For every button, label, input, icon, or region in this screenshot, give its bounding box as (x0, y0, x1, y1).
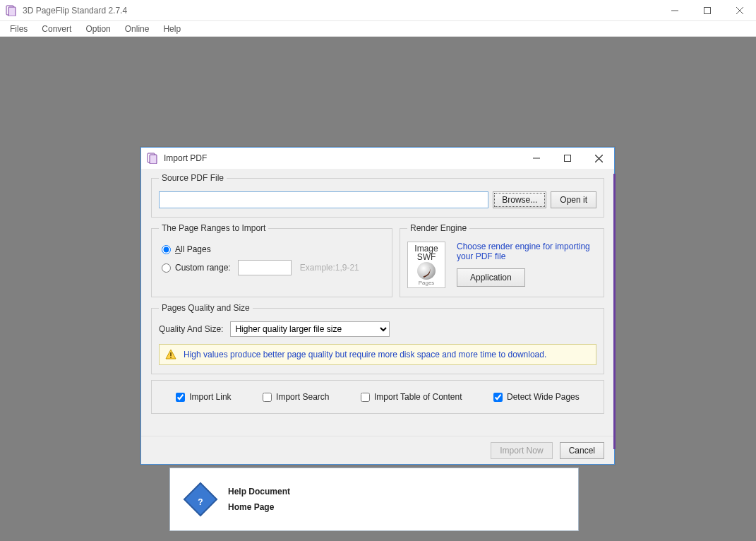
quality-info-bar: High values produce better page quality … (159, 344, 596, 365)
warning-icon (165, 349, 176, 360)
dialog-accent (613, 174, 616, 449)
svg-rect-1 (8, 7, 16, 16)
custom-range-example: Example:1,9-21 (300, 263, 359, 273)
page-ranges-legend: The Page Ranges to Import (159, 223, 268, 233)
menubar: Files Convert Option Online Help (0, 21, 756, 37)
home-page-link[interactable]: Home Page (228, 502, 290, 512)
app-icon (6, 5, 17, 16)
svg-rect-9 (150, 155, 157, 164)
menu-convert[interactable]: Convert (35, 23, 78, 35)
swf-icon (417, 262, 436, 280)
minimize-button[interactable] (659, 0, 691, 20)
svg-text:?: ? (198, 497, 203, 507)
dialog-icon (147, 153, 158, 164)
import-link-checkbox[interactable]: Import Link (176, 392, 231, 402)
import-options-bar: Import Link Import Search Import Table o… (151, 380, 604, 414)
dialog-maximize-button[interactable] (552, 148, 583, 169)
all-pages-radio[interactable] (162, 245, 171, 254)
maximize-button[interactable] (691, 0, 724, 20)
dialog-minimize-button[interactable] (521, 148, 552, 169)
import-search-checkbox[interactable]: Import Search (263, 392, 329, 402)
browse-button[interactable]: Browse... (493, 191, 546, 208)
application-button[interactable]: Application (457, 268, 525, 287)
main-titlebar: 3D PageFlip Standard 2.7.4 (0, 0, 756, 21)
pages-quality-legend: Pages Quality and Size (159, 303, 253, 313)
help-document-link[interactable]: Help Document (228, 487, 290, 497)
source-pdf-legend: Source PDF File (159, 173, 227, 183)
help-icon: ? (183, 482, 218, 517)
quality-info-text: High values produce better page quality … (184, 350, 546, 359)
custom-range-label: Custom range: (175, 263, 231, 273)
menu-option[interactable]: Option (78, 23, 117, 35)
svg-rect-15 (170, 352, 172, 356)
menu-online[interactable]: Online (118, 23, 157, 35)
quality-select[interactable]: Higher quality larger file size (230, 321, 390, 337)
import-toc-checkbox[interactable]: Import Table of Content (361, 392, 462, 402)
source-pdf-group: Source PDF File Browse... Open it (151, 173, 604, 218)
open-it-button[interactable]: Open it (551, 191, 596, 208)
svg-rect-11 (565, 155, 571, 162)
page-ranges-group: The Page Ranges to Import All Pages Cust… (151, 223, 392, 297)
mdi-client: ? Help Document Home Page Import PDF Sou… (0, 37, 756, 541)
render-engine-thumb: ImageSWF Pages (407, 242, 445, 288)
detect-wide-pages-checkbox[interactable]: Detect Wide Pages (493, 392, 580, 402)
svg-rect-16 (170, 357, 172, 358)
import-pdf-dialog: Import PDF Source PDF File Browse... Ope… (140, 147, 615, 465)
source-pdf-path-input[interactable] (159, 191, 488, 208)
import-now-button[interactable]: Import Now (491, 442, 552, 459)
quality-label: Quality And Size: (159, 324, 223, 334)
menu-help[interactable]: Help (156, 23, 188, 35)
svg-rect-3 (704, 7, 711, 13)
all-pages-label: All Pages (175, 244, 211, 254)
dialog-titlebar: Import PDF (141, 148, 614, 169)
pages-quality-group: Pages Quality and Size Quality And Size:… (151, 303, 604, 374)
dialog-title: Import PDF (164, 153, 521, 163)
dialog-footer: Import Now Cancel (141, 436, 614, 464)
custom-range-input[interactable] (238, 260, 292, 275)
custom-range-radio[interactable] (162, 263, 171, 273)
render-engine-hint: Choose render engine for importing your … (457, 242, 596, 261)
render-engine-group: Render Engine ImageSWF Pages Choose rend… (400, 223, 604, 297)
close-button[interactable] (724, 0, 756, 20)
render-engine-legend: Render Engine (407, 223, 469, 233)
window-title: 3D PageFlip Standard 2.7.4 (23, 6, 659, 16)
menu-files[interactable]: Files (3, 23, 35, 35)
dialog-close-button[interactable] (583, 148, 614, 169)
help-panel: ? Help Document Home Page (169, 468, 579, 531)
cancel-button[interactable]: Cancel (560, 442, 604, 459)
